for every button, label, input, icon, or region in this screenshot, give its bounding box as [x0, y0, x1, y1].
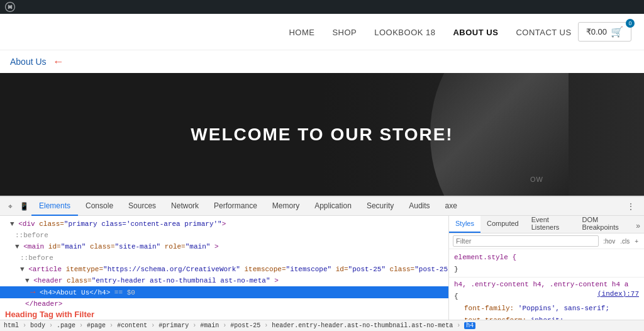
nav-item-lookbook[interactable]: LOOKBOOK 18: [374, 26, 435, 38]
devtools-statusbar: html › body › .page › #page › #content ›…: [0, 320, 644, 331]
nav-item-contact[interactable]: CONTACT US: [516, 26, 571, 38]
status-crumb-html[interactable]: html: [4, 322, 19, 329]
nav-menu: HOME SHOP LOOKBOOK 18 ABOUT US CONTACT U…: [289, 26, 571, 38]
status-crumb-body[interactable]: body: [30, 322, 45, 329]
tab-performance[interactable]: Performance: [206, 197, 265, 216]
tab-network[interactable]: Network: [164, 197, 206, 216]
tab-memory[interactable]: Memory: [265, 197, 307, 216]
nav-link-home[interactable]: HOME: [289, 28, 314, 37]
breadcrumb-arrow-icon: ←: [53, 55, 64, 69]
styles-filter-input[interactable]: [453, 235, 599, 247]
breadcrumb: About Us ←: [0, 50, 644, 73]
devtools-panel: ⌖ 📱 Elements Console Sources Network Per…: [0, 196, 644, 331]
styles-tab-styles[interactable]: Styles: [449, 216, 480, 233]
html-line-before2: ::before: [0, 252, 448, 264]
tab-axe[interactable]: axe: [438, 197, 465, 216]
styles-panel-tabs: Styles Computed Event Listeners DOM Brea…: [449, 216, 644, 233]
hero-title: WELCOME TO OUR STORE!: [191, 125, 453, 145]
collapse-triangle[interactable]: ▼: [10, 220, 14, 228]
html-line-red-label-row: Heading Tag with Filter: [0, 310, 448, 319]
cart-amount: ₹0.00: [586, 27, 607, 36]
styles-panel: Styles Computed Event Listeners DOM Brea…: [449, 216, 644, 320]
css-prop-font-family: font-family: 'Poppins', sans-serif;: [449, 303, 644, 315]
status-crumb-primary[interactable]: #primary: [158, 322, 189, 329]
status-crumb-page[interactable]: .page: [57, 322, 75, 329]
devtools-more-icon[interactable]: ⋮: [621, 201, 640, 211]
cart-button[interactable]: ₹0.00 🛒 0: [578, 22, 631, 42]
collapse-triangle[interactable]: ▼: [25, 277, 30, 284]
html-line-article: ▼ <article itemtype="https://schema.org/…: [0, 264, 448, 275]
html-line-main: ▼ <main id="main" class="site-main" role…: [0, 241, 448, 252]
collapse-triangle[interactable]: ▼: [15, 243, 19, 250]
wordpress-logo-icon: [5, 2, 15, 12]
tab-sources[interactable]: Sources: [121, 197, 164, 216]
status-crumb-header-entry[interactable]: header.entry-header.ast-no-thumbnail.ast…: [272, 322, 453, 329]
html-line-h4[interactable]: → <h4>About Us</h4> == $0: [0, 286, 448, 298]
nav-item-about[interactable]: ABOUT US: [453, 26, 498, 38]
styles-tab-event-listeners[interactable]: Event Listeners: [525, 216, 576, 233]
nav-link-about[interactable]: ABOUT US: [453, 28, 498, 37]
cart-badge: 0: [626, 19, 635, 28]
main-nav: HOME SHOP LOOKBOOK 18 ABOUT US CONTACT U…: [289, 26, 571, 38]
tab-audits[interactable]: Audits: [401, 197, 437, 216]
nav-link-shop[interactable]: SHOP: [332, 28, 357, 37]
hero-banner: WELCOME TO OUR STORE! OW: [0, 73, 644, 196]
tab-elements[interactable]: Elements: [31, 197, 78, 216]
html-line-header: ▼ <header class="entry-header ast-no-thu…: [0, 275, 448, 286]
devtools-tabs: Elements Console Sources Network Perform…: [31, 197, 465, 216]
styles-filter-row: :hov .cls +: [449, 233, 644, 249]
site-header: HOME SHOP LOOKBOOK 18 ABOUT US CONTACT U…: [0, 14, 644, 50]
hero-logo-text: OW: [530, 176, 543, 183]
status-crumb-h4[interactable]: h4: [464, 322, 475, 329]
css-prop-text-transform: text-transform: inherit;: [449, 315, 644, 320]
css-source-link[interactable]: (index):77: [597, 289, 639, 299]
styles-tabs-more-icon[interactable]: »: [632, 219, 644, 233]
devtools-body: ▼ <div class="primary class='content-are…: [0, 216, 644, 320]
tab-application[interactable]: Application: [307, 197, 359, 216]
status-crumb-page-id[interactable]: #page: [87, 322, 106, 329]
css-rule-element-style-close: }: [449, 264, 644, 276]
responsive-mode-icon[interactable]: 📱: [18, 200, 30, 213]
cart-icon: 🛒: [611, 26, 623, 38]
status-crumb-main[interactable]: #main: [200, 322, 219, 329]
html-line-header-close: </header>: [0, 298, 448, 310]
devtools-toolbar: ⌖ 📱 Elements Console Sources Network Per…: [0, 197, 644, 216]
styles-content: element.style { } h4, .entry-content h4,…: [449, 249, 644, 320]
styles-tab-computed[interactable]: Computed: [480, 216, 525, 233]
css-rule-h4: h4, .entry-content h4, .entry-content h4…: [449, 279, 644, 291]
styles-tab-dom-breakpoints[interactable]: DOM Breakpoints: [576, 216, 633, 233]
css-selector-h4: h4, .entry-content h4, .entry-content h4…: [454, 281, 628, 288]
css-divider: [449, 277, 644, 278]
elements-panel: ▼ <div class="primary class='content-are…: [0, 216, 449, 320]
css-rule-element-style: element.style {: [449, 252, 644, 264]
selected-element-arrow-icon: →: [30, 287, 35, 297]
styles-pseudo-buttons: :hov .cls +: [601, 237, 640, 245]
nav-item-shop[interactable]: SHOP: [332, 26, 357, 38]
status-crumb-content[interactable]: #content: [117, 322, 147, 329]
breadcrumb-link[interactable]: About Us: [10, 57, 47, 67]
inspect-cursor-icon[interactable]: ⌖: [4, 200, 16, 213]
admin-bar: [0, 0, 644, 14]
add-style-button[interactable]: +: [633, 237, 640, 245]
collapse-triangle[interactable]: ▼: [20, 266, 25, 273]
nav-item-home[interactable]: HOME: [289, 26, 314, 38]
html-line-before1: ::before: [0, 230, 448, 241]
nav-link-contact[interactable]: CONTACT US: [516, 28, 571, 37]
status-crumb-post[interactable]: #post-25: [230, 322, 260, 329]
html-line: ▼ <div class="primary class='content-are…: [0, 218, 448, 230]
nav-link-lookbook[interactable]: LOOKBOOK 18: [374, 28, 435, 37]
heading-tag-label: Heading Tag with Filter: [0, 310, 94, 319]
tab-security[interactable]: Security: [359, 197, 401, 216]
pseudo-cls-button[interactable]: .cls: [618, 237, 631, 245]
pseudo-hov-button[interactable]: :hov: [601, 237, 617, 245]
tab-console[interactable]: Console: [78, 197, 121, 216]
css-selector: element.style {: [454, 254, 516, 261]
